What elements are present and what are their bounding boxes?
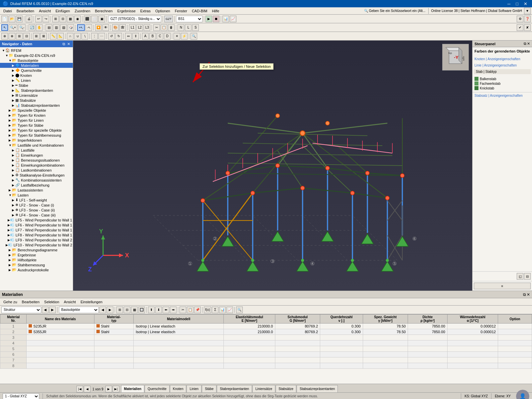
tb-num2[interactable]: L bbox=[185, 24, 192, 31]
table-btn-11[interactable]: 📌 bbox=[194, 307, 201, 313]
print-button[interactable]: 🖨 bbox=[26, 16, 32, 22]
results-button[interactable]: 📊 bbox=[222, 16, 229, 22]
tab-linien[interactable]: Linien bbox=[187, 385, 201, 392]
menu-zuordnen[interactable]: Zuordnen bbox=[72, 8, 92, 14]
tree-project[interactable]: ▼ 📁 Example-02-EN-CEN.rs9 bbox=[0, 53, 73, 58]
expand-button[interactable]: ▼ bbox=[524, 8, 531, 14]
table-search[interactable]: 🔍 bbox=[236, 307, 243, 313]
tb-check1[interactable]: ✔ bbox=[517, 24, 523, 31]
tree-imperfektionen[interactable]: ▶ 📂 Imperfektionen bbox=[0, 138, 73, 143]
tab-querschnitte[interactable]: Querschnitte bbox=[145, 385, 170, 392]
tree-typen-spezielle[interactable]: ▶ 📂 Typen für spezielle Objekte bbox=[0, 128, 73, 133]
tree-komb-assist[interactable]: ▶ 🔧 Kombinationsassistenten bbox=[0, 178, 73, 183]
table-row[interactable]: 6 bbox=[0, 352, 532, 357]
maximize-button[interactable]: □ bbox=[514, 1, 520, 6]
menu-extras[interactable]: Extras bbox=[138, 8, 153, 14]
tree-lastassistenten[interactable]: ▶ 📂 Lastassistenten bbox=[0, 188, 73, 193]
tb-x1[interactable]: ✕ bbox=[174, 33, 180, 40]
table-btn-2[interactable]: ⊟ bbox=[124, 307, 130, 313]
bottom-menu-ansicht[interactable]: Ansicht bbox=[62, 299, 78, 305]
tree-typen-linien[interactable]: ▶ 📂 Typen für Linien bbox=[0, 118, 73, 123]
tab-knoten[interactable]: Knoten bbox=[170, 385, 187, 392]
menu-ansicht[interactable]: Ansicht bbox=[37, 8, 53, 14]
table-row[interactable]: 3 bbox=[0, 335, 532, 340]
tab-liniensaetze[interactable]: Liniensätze bbox=[252, 385, 275, 392]
tree-stabrepresentanten[interactable]: ▶ 📐 Stabrepräsentanten bbox=[0, 88, 73, 93]
table-btn-14[interactable]: 📊 bbox=[219, 307, 226, 313]
grid1[interactable]: ⊞ bbox=[33, 33, 40, 40]
snap4[interactable]: ⊟ bbox=[23, 33, 30, 40]
bottom-menu-selektion[interactable]: Selektion bbox=[42, 299, 61, 305]
array1[interactable]: ⋮ bbox=[91, 33, 98, 40]
zoom-out-button[interactable]: 🔍- bbox=[18, 24, 26, 31]
tree-stabsatzrepresentanten[interactable]: ▶ 📊 Stabsatzrepräsentanten bbox=[0, 103, 73, 108]
tb-btn-6[interactable]: ⬜ bbox=[91, 16, 98, 22]
knoten-link[interactable]: Knoten | Anzeigeeigenschaften bbox=[472, 56, 532, 62]
tb-a1[interactable]: A bbox=[142, 33, 149, 40]
menu-hilfe[interactable]: Hilfe bbox=[210, 8, 221, 14]
tree-lf7[interactable]: ▶ 💨 LF7 - Wind Perpendicular to Wall 1 bbox=[0, 227, 73, 232]
tree-stahlbemessung[interactable]: ▶ 📂 Stahlbemessung bbox=[0, 262, 73, 267]
table-btn-3[interactable]: ▦ bbox=[131, 307, 138, 313]
tab-stabsaetze[interactable]: Stabsätze bbox=[276, 385, 296, 392]
view-3d[interactable]: 🎲 bbox=[67, 24, 74, 31]
tab-materialien[interactable]: Materialien bbox=[121, 385, 144, 392]
tree-lasten[interactable]: ▼ 📂 Lasten bbox=[0, 193, 73, 198]
rotate-button[interactable]: 🔄 bbox=[29, 24, 35, 31]
grid2[interactable]: ⊠ bbox=[40, 33, 47, 40]
mirror1[interactable]: ⇔ bbox=[125, 33, 132, 40]
tree-staebe[interactable]: ▶ ━ Stäbe bbox=[0, 83, 73, 88]
tree-einwirkungen[interactable]: ▶ 📋 Einwirkungen bbox=[0, 153, 73, 158]
tb-num1[interactable]: N bbox=[178, 24, 184, 31]
viewport-3d[interactable]: Zur Selektion hinzufügen / Neue Selektio… bbox=[73, 41, 472, 291]
table-btn-10[interactable]: 📋 bbox=[187, 307, 194, 313]
tree-lf10[interactable]: ▶ 💨 LF10 - Wind Perpendicular to Wall 2 bbox=[0, 242, 73, 247]
tb-btn-5[interactable]: ⬛ bbox=[84, 16, 90, 22]
tb-filter[interactable]: 🔽 bbox=[95, 24, 102, 31]
rotate1[interactable]: ↺ bbox=[108, 33, 115, 40]
intersect1[interactable]: ∩ bbox=[67, 33, 73, 40]
table-btn-7[interactable]: ⬅ bbox=[163, 307, 169, 313]
table-btn-5[interactable]: ⬆ bbox=[148, 307, 155, 313]
tb-edit1[interactable]: ✂ bbox=[153, 24, 160, 31]
steuerpanel-close[interactable]: ✕ bbox=[527, 42, 530, 46]
bottom-menu-einstellungen[interactable]: Einstellungen bbox=[78, 299, 104, 305]
tb-btn-3[interactable]: ▦ bbox=[67, 16, 73, 22]
menu-fenster[interactable]: Fenster bbox=[173, 8, 189, 14]
tree-lf2[interactable]: ▶ ❄ LF2 - Snow - Case (i) bbox=[0, 202, 73, 207]
measure2[interactable]: 📐 bbox=[57, 33, 64, 40]
tree-lastfall-bez[interactable]: ▶ 🔗 Lastfallbeziehung bbox=[0, 183, 73, 188]
nav-next-btn[interactable]: ▶ bbox=[49, 307, 56, 313]
knoten-label[interactable]: Knoten | Anzeigeeigenschaften bbox=[474, 57, 530, 61]
table-btn-13[interactable]: Σ bbox=[212, 307, 218, 313]
linie-link[interactable]: Linie | Anzeigeeigenschaften bbox=[472, 62, 532, 68]
snap2[interactable]: ⊗ bbox=[9, 33, 15, 40]
tree-lf9[interactable]: ▶ 💨 LF9 - Wind Perpendicular to Wall 2 bbox=[0, 237, 73, 242]
gzt-button[interactable]: GZT bbox=[164, 16, 173, 22]
tb-num3[interactable]: S bbox=[192, 24, 199, 31]
load-case-combo[interactable]: GZT (STR/GEO) - Ständig u... bbox=[108, 16, 161, 22]
tb-btn-2[interactable]: ⊟ bbox=[60, 16, 66, 22]
rotate2[interactable]: ↻ bbox=[115, 33, 122, 40]
mode-combo[interactable]: 1 - Global XYZ bbox=[3, 393, 39, 399]
menu-berechnen[interactable]: Berechnen bbox=[93, 8, 115, 14]
steuerpanel-btn1[interactable]: ◱ bbox=[517, 273, 523, 280]
tab-nav-next[interactable]: ▶ bbox=[105, 386, 112, 392]
table-row[interactable]: 1 S235JR Stahl Isotrop | Linear elastisc… bbox=[0, 324, 532, 329]
table-btn-15[interactable]: 📈 bbox=[226, 307, 233, 313]
tree-ergebnisse[interactable]: ▶ 📂 Ergebnisse bbox=[0, 252, 73, 257]
tree-linien[interactable]: ▶ 📏 Linien bbox=[0, 78, 73, 83]
tree-knoten[interactable]: ▶ ⬤ Knoten bbox=[0, 73, 73, 78]
tree-stabsaetze[interactable]: ▶ ▦ Stabsätze bbox=[0, 98, 73, 103]
nav-float-button[interactable]: ⧉ bbox=[62, 42, 66, 46]
tb-sel-add[interactable]: +↖ bbox=[77, 24, 85, 31]
tab-nav-last[interactable]: ▶| bbox=[113, 386, 119, 392]
basisobjekte-dropdown[interactable]: Basisobjekte bbox=[59, 307, 99, 313]
farben-title[interactable]: Farben der gerenderten Objekte bbox=[474, 49, 530, 54]
tree-berechnungsdiag[interactable]: ▶ 📂 Berechnungsdiagramme bbox=[0, 247, 73, 252]
tree-bemessung[interactable]: ▶ 📋 Bemessungssituationen bbox=[0, 158, 73, 163]
tb-check2[interactable]: ✘ bbox=[524, 24, 531, 31]
steuerpanel-float[interactable]: ⧉ bbox=[524, 42, 526, 46]
bottom-menu-gehe[interactable]: Gehe zu bbox=[1, 299, 19, 305]
stabsatz-link[interactable]: Stabsatz | Anzeigeeigenschaften bbox=[472, 92, 532, 99]
